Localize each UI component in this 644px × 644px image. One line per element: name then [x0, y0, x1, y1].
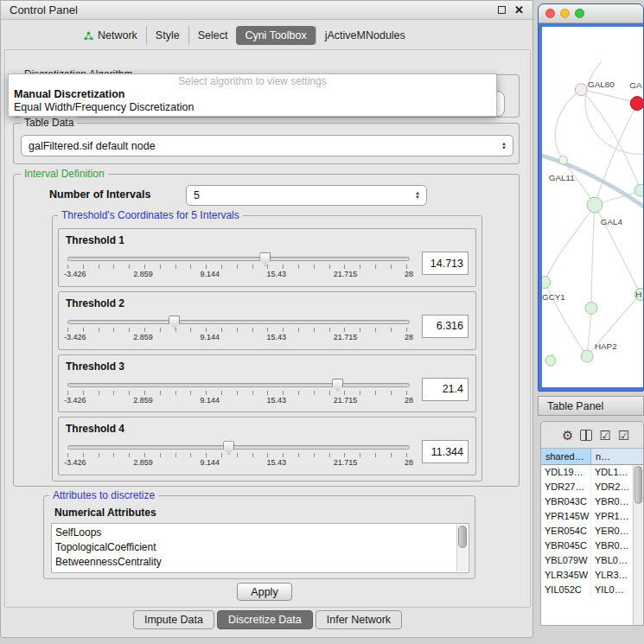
- zoom-traffic-light-icon[interactable]: [575, 9, 584, 18]
- slider-track[interactable]: [67, 257, 410, 261]
- table-cell: YBL0…: [591, 553, 633, 568]
- apply-button[interactable]: Apply: [237, 583, 292, 601]
- threshold-value-field[interactable]: 6.316: [422, 315, 469, 338]
- scale-label: 15.43: [267, 396, 287, 405]
- tab-jactivemnodules[interactable]: jActiveMNodules: [316, 26, 414, 45]
- scale-label: 9.144: [200, 270, 220, 278]
- network-node[interactable]: [559, 156, 568, 164]
- table-data-selected-value: galFiltered.sif default node: [29, 140, 156, 152]
- network-node[interactable]: [585, 302, 597, 314]
- number-of-intervals-select[interactable]: 5 ▲▼: [186, 185, 427, 206]
- slider-area: -3.4262.8599.14415.4321.71528: [66, 437, 411, 467]
- dropdown-option-manual-discretization[interactable]: Manual Discretization: [9, 87, 496, 100]
- slider-scale: -3.4262.8599.14415.4321.71528: [64, 396, 413, 405]
- network-node-label: HAP2: [595, 341, 617, 351]
- scale-label: 15.43: [267, 458, 287, 467]
- table-row[interactable]: YLR345WYLR3…: [541, 568, 633, 583]
- window-controls: ✕: [498, 4, 524, 16]
- scale-label: 28: [405, 333, 413, 341]
- table-row[interactable]: YDL19…YDL1…: [541, 465, 633, 480]
- network-node[interactable]: [634, 184, 643, 196]
- tab-discretize-data[interactable]: Discretize Data: [217, 610, 313, 629]
- close-traffic-light-icon[interactable]: [545, 9, 555, 18]
- network-node[interactable]: [542, 277, 551, 289]
- table-row[interactable]: YBR045CYBR0…: [541, 539, 633, 553]
- threshold-panel: Threshold 2-3.4262.8599.14415.4321.71528…: [58, 291, 476, 350]
- screen: Control Panel ✕ NetworkStyleSelectCyni T…: [0, 0, 644, 644]
- attributes-list: SelfLoopsTopologicalCoefficientBetweenne…: [52, 524, 469, 570]
- group-title: Interval Definition: [21, 168, 108, 180]
- network-node-label: GA: [629, 80, 642, 90]
- table-row[interactable]: YBL079WYBL0…: [541, 553, 633, 568]
- table-cell: YBL079W: [541, 553, 591, 568]
- slider-track[interactable]: [67, 383, 410, 387]
- threshold-value-field[interactable]: 11.344: [422, 440, 469, 463]
- network-canvas[interactable]: GAL80GAGAL11GAL4GCY1HAP2H: [542, 27, 643, 387]
- tab-label: Style: [156, 29, 180, 41]
- threshold-value-field[interactable]: 14.713: [422, 252, 469, 275]
- table-cell: YPR1…: [591, 509, 633, 524]
- table-scrollbar[interactable]: [633, 465, 643, 625]
- minimize-traffic-light-icon[interactable]: [560, 9, 570, 18]
- table-cell: YER0…: [591, 524, 633, 539]
- thresholds-group: Threshold's Coordinates for 5 Intervals …: [52, 215, 482, 481]
- network-node[interactable]: [587, 197, 603, 213]
- threshold-value-field[interactable]: 21.4: [422, 378, 469, 401]
- network-node-label: GAL4: [601, 217, 623, 226]
- tab-infer-network[interactable]: Infer Network: [316, 610, 402, 629]
- checkbox-icon[interactable]: ☑: [618, 429, 629, 442]
- attribute-list-item[interactable]: TopologicalCoefficient: [55, 540, 469, 555]
- columns-icon[interactable]: [580, 430, 592, 441]
- threshold-row: -3.4262.8599.14415.4321.7152814.713: [66, 248, 469, 278]
- close-icon[interactable]: ✕: [514, 4, 524, 16]
- group-title: Table Data: [21, 117, 77, 129]
- scrollbar-thumb[interactable]: [634, 466, 642, 504]
- threshold-label: Threshold 1: [66, 234, 469, 246]
- window-title: Control Panel: [10, 3, 78, 16]
- select-stepper-icon: ▲▼: [411, 186, 424, 205]
- slider-track[interactable]: [67, 445, 410, 450]
- network-node[interactable]: [545, 355, 556, 366]
- table-row[interactable]: YDR27…YDR2…: [541, 480, 633, 494]
- table-row[interactable]: YBR043CYBR0…: [541, 494, 633, 509]
- control-panel-content: Discretization Algorithm ▲▼ Table Data g…: [4, 49, 531, 608]
- table-cell: YBR043C: [541, 494, 591, 509]
- network-node[interactable]: [575, 84, 587, 96]
- tab-network[interactable]: Network: [75, 26, 146, 45]
- scale-label: -3.426: [64, 270, 86, 278]
- column-header-shared[interactable]: shared…: [541, 449, 591, 464]
- table-row[interactable]: YPR145WYPR1…: [541, 509, 633, 524]
- table-cell: YDL1…: [591, 465, 633, 480]
- table-cell: YBR0…: [591, 494, 633, 509]
- threshold-label: Threshold 4: [66, 423, 469, 435]
- gear-icon[interactable]: ⚙: [562, 429, 573, 442]
- minimize-icon[interactable]: [498, 6, 506, 14]
- scale-label: 15.43: [267, 333, 287, 341]
- checkbox-icon[interactable]: ☑: [599, 429, 610, 442]
- slider-scale: -3.4262.8599.14415.4321.71528: [64, 270, 413, 278]
- threshold-label: Threshold 2: [66, 297, 469, 309]
- attribute-list-item[interactable]: BetweennessCentrality: [55, 555, 469, 570]
- table-cell: YDR27…: [541, 480, 591, 494]
- table-data-select[interactable]: galFiltered.sif default node ▲▼: [21, 135, 513, 156]
- network-node-label: H: [635, 290, 641, 299]
- tab-cyni-toolbox[interactable]: Cyni Toolbox: [236, 26, 315, 45]
- slider-ticks: [67, 265, 410, 269]
- table-row[interactable]: YIL052CYIL0…: [541, 583, 633, 597]
- slider-track[interactable]: [67, 320, 410, 324]
- bottom-tab-bar: Impute DataDiscretize DataInfer Network: [1, 610, 534, 629]
- network-node[interactable]: [581, 350, 593, 362]
- tab-style[interactable]: Style: [146, 26, 188, 45]
- column-header-n[interactable]: n…: [591, 449, 643, 464]
- dropdown-option-equal-width-frequency[interactable]: Equal Width/Frequency Discretization: [9, 100, 496, 113]
- table-row[interactable]: YER054CYER0…: [541, 524, 633, 539]
- tab-impute-data[interactable]: Impute Data: [133, 610, 214, 629]
- network-node[interactable]: [630, 97, 643, 111]
- scale-label: 28: [405, 458, 413, 467]
- table-window: ⚙☑☑ shared… n… YDL19…YDL1…YDR27…YDR2…YBR…: [540, 421, 644, 626]
- scrollbar-thumb[interactable]: [458, 526, 467, 548]
- slider-scale: -3.4262.8599.14415.4321.71528: [64, 458, 413, 467]
- attribute-list-item[interactable]: SelfLoops: [55, 526, 469, 540]
- tab-select[interactable]: Select: [188, 26, 237, 45]
- attributes-scrollbar[interactable]: [456, 525, 468, 571]
